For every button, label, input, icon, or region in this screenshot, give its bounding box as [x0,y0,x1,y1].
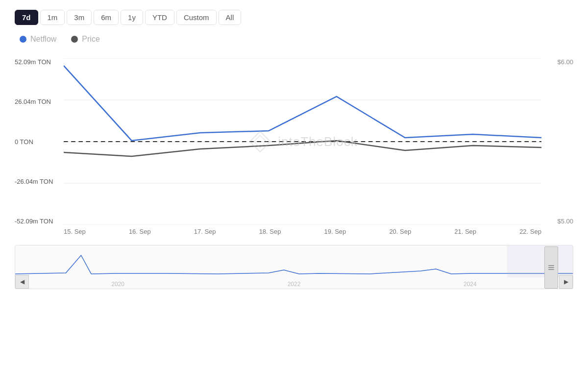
netflow-dot [20,36,26,43]
mini-scroll-handle[interactable] [544,246,558,289]
y-label-mid: 26.04m TON [15,98,64,105]
year-2022: 2022 [288,281,301,288]
mini-chart-inner: 2020 2022 2024 [15,245,573,289]
time-btn-7d[interactable]: 7d [15,10,38,25]
x-label-6: 21. Sep [454,228,476,235]
time-btn-6m[interactable]: 6m [94,10,119,25]
chart-svg-area: intoTheBlock [64,58,541,225]
handle-line-1 [548,265,554,266]
x-label-0: 15. Sep [64,228,86,235]
time-btn-custom[interactable]: Custom [176,10,217,25]
legend-price: Price [71,35,99,44]
x-label-4: 19. Sep [324,228,346,235]
svg-rect-8 [507,245,573,277]
y-label-neg2: -52.09m TON [15,218,64,225]
time-btn-ytd[interactable]: YTD [145,10,174,25]
x-axis: 15. Sep 16. Sep 17. Sep 18. Sep 19. Sep … [64,228,541,235]
mini-nav-right-button[interactable]: ▶ [559,275,573,289]
time-btn-3m[interactable]: 3m [67,10,92,25]
mini-svg [15,245,573,277]
chart-legend: Netflow Price [20,35,573,44]
x-label-2: 17. Sep [194,228,216,235]
y-label-top: 52.09m TON [15,58,64,66]
chart-wrapper: 52.09m TON 26.04m TON 0 TON -26.04m TON … [15,58,573,289]
netflow-label: Netflow [30,35,56,44]
y-right-top: $6.00 [557,58,573,66]
mini-nav-left-button[interactable]: ◀ [15,275,29,289]
handle-line-3 [548,269,554,270]
y-axis-right: $6.00 $5.00 [544,58,573,225]
time-btn-1y[interactable]: 1y [121,10,143,25]
x-label-7: 22. Sep [519,228,541,235]
x-label-1: 16. Sep [129,228,151,235]
price-dot [71,36,78,43]
y-label-neg1: -26.04m TON [15,178,64,185]
mini-chart: 2020 2022 2024 ◀ ▶ [15,245,573,289]
y-right-bottom: $5.00 [557,218,573,225]
year-2020: 2020 [111,281,124,288]
main-chart: 52.09m TON 26.04m TON 0 TON -26.04m TON … [15,58,573,225]
x-label-3: 18. Sep [259,228,281,235]
mini-years: 2020 2022 2024 [15,281,573,289]
price-label: Price [82,35,99,44]
legend-netflow: Netflow [20,35,56,44]
year-2024: 2024 [464,281,477,288]
time-btn-1m[interactable]: 1m [40,10,65,25]
time-range-selector: 7d1m3m6m1yYTDCustomAll [15,10,573,25]
main-container: 7d1m3m6m1yYTDCustomAll Netflow Price 52.… [0,0,588,392]
y-axis-left: 52.09m TON 26.04m TON 0 TON -26.04m TON … [15,58,64,225]
time-btn-all[interactable]: All [219,10,242,25]
handle-line-2 [548,267,554,268]
y-label-zero: 0 TON [15,138,64,146]
main-svg [64,58,541,225]
x-label-5: 20. Sep [389,228,411,235]
